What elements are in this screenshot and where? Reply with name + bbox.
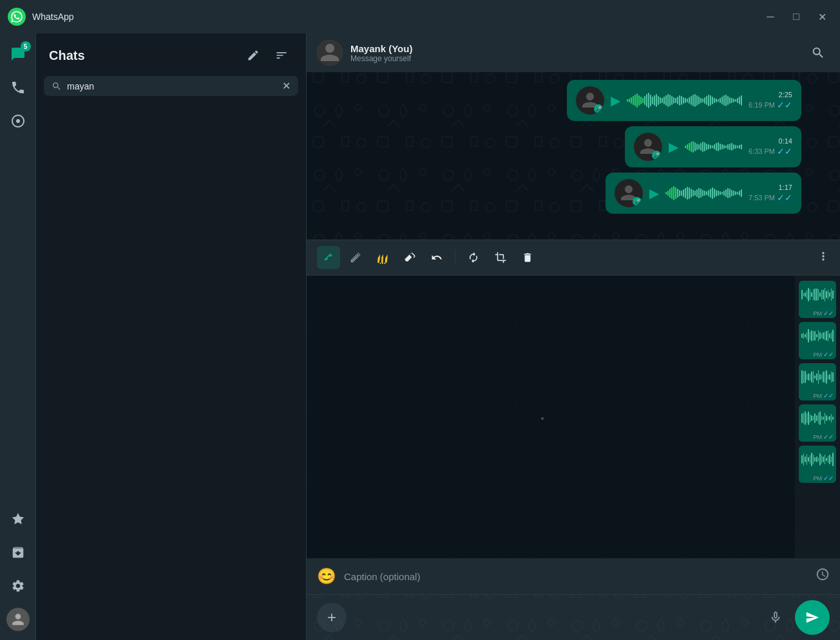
highlight-tool-button[interactable] xyxy=(371,246,394,269)
thumb-waveform-1 xyxy=(799,281,836,308)
waveform xyxy=(627,91,742,109)
more-options-button[interactable] xyxy=(817,250,830,265)
thumb-time-1: PM xyxy=(814,310,823,317)
mic-icon-3: 🎤 xyxy=(633,197,642,206)
voice-duration-3: 1:17 xyxy=(779,184,792,191)
thumbnail-2[interactable]: PM ✓✓ xyxy=(799,322,836,359)
voice-time-3: 7:53 PM xyxy=(749,194,775,202)
thumb-meta-2: PM ✓✓ xyxy=(799,350,836,359)
window-controls: ─ □ ✕ xyxy=(760,6,832,27)
svg-rect-17 xyxy=(307,276,795,558)
voice-time-2: 6:33 PM xyxy=(749,147,775,155)
thumbnail-4[interactable]: PM ✓✓ xyxy=(799,404,836,442)
sidebar-item-calls[interactable] xyxy=(3,72,33,103)
clear-search-button[interactable]: ✕ xyxy=(282,80,291,92)
thumbnail-5[interactable]: PM ✓✓ xyxy=(799,446,836,483)
voice-thumb-2: 🎤 xyxy=(634,133,662,161)
whatsapp-logo xyxy=(8,8,26,26)
minimize-button[interactable]: ─ xyxy=(760,6,781,27)
voice-meta: 2:25 6:19 PM ✓✓ xyxy=(749,91,792,110)
messages-area: 🎤 ▶ 2:25 6:19 PM ✓✓ 🎤 ▶ xyxy=(307,72,840,240)
search-input[interactable] xyxy=(67,81,277,91)
chat-header: Mayank (You) Message yourself xyxy=(307,33,840,72)
send-button[interactable] xyxy=(795,600,830,635)
chats-header: Chats xyxy=(36,33,306,73)
sidebar-item-archive[interactable] xyxy=(3,537,33,568)
filter-button[interactable] xyxy=(270,44,293,67)
thumb-check-2: ✓✓ xyxy=(823,351,834,358)
voice-message-3: 🎤 ▶ 1:17 7:53 PM ✓✓ xyxy=(606,173,801,214)
preview-background xyxy=(307,276,795,558)
thumb-meta-3: PM ✓✓ xyxy=(799,391,836,400)
microphone-button[interactable] xyxy=(764,606,787,629)
pen-outline-tool-button[interactable] xyxy=(344,246,367,269)
read-receipt-3: ✓✓ xyxy=(777,193,792,203)
voice-thumb-1: 🎤 xyxy=(576,86,604,115)
chats-header-icons xyxy=(242,44,293,67)
caption-area: 😊 xyxy=(307,558,840,594)
contact-avatar[interactable] xyxy=(317,40,343,66)
svg-point-1 xyxy=(16,119,20,123)
toolbar-divider xyxy=(455,250,455,265)
thumb-check-4: ✓✓ xyxy=(823,433,834,440)
thumb-waveform-4 xyxy=(799,404,836,432)
voice-message-1: 🎤 ▶ 2:25 6:19 PM ✓✓ xyxy=(567,80,801,121)
search-messages-button[interactable] xyxy=(807,41,830,64)
maximize-button[interactable]: □ xyxy=(786,6,807,27)
voice-time: 6:19 PM xyxy=(749,101,775,109)
sidebar-item-status[interactable] xyxy=(3,106,33,136)
thumb-time-2: PM xyxy=(814,352,823,358)
chats-badge: 5 xyxy=(21,41,31,52)
compose-button[interactable] xyxy=(242,44,265,67)
timer-button[interactable] xyxy=(816,567,830,585)
rotate-crop-tool-button[interactable] xyxy=(462,246,485,269)
play-button-2[interactable]: ▶ xyxy=(669,139,678,155)
svg-point-0 xyxy=(8,8,26,26)
thumb-meta-1: PM ✓✓ xyxy=(799,308,836,318)
close-button[interactable]: ✕ xyxy=(812,6,832,27)
thumb-time-4: PM xyxy=(814,434,823,440)
bottom-bar: + xyxy=(307,594,840,640)
caption-input[interactable] xyxy=(344,571,808,582)
contact-name: Mayank (You) xyxy=(350,43,799,54)
thumb-check-5: ✓✓ xyxy=(823,475,834,482)
crop-tool-button[interactable] xyxy=(489,246,512,269)
preview-main xyxy=(307,276,795,558)
sidebar-item-chats[interactable]: 5 xyxy=(3,39,33,70)
chat-area: Mayank (You) Message yourself 🎤 ▶ 2: xyxy=(307,33,840,640)
image-preview-area: PM ✓✓ PM ✓✓ PM ✓✓ xyxy=(307,276,840,558)
sidebar-item-starred[interactable] xyxy=(3,504,33,534)
thumb-time-5: PM xyxy=(814,475,823,482)
emoji-button[interactable]: 😊 xyxy=(317,567,336,585)
center-dot xyxy=(541,417,544,420)
user-avatar xyxy=(6,608,30,631)
delete-tool-button[interactable] xyxy=(516,246,539,269)
mic-icon: 🎤 xyxy=(594,104,603,113)
undo-tool-button[interactable] xyxy=(425,246,448,269)
sidebar-item-settings[interactable] xyxy=(3,570,33,601)
chat-header-icons xyxy=(807,41,830,64)
play-button[interactable]: ▶ xyxy=(611,93,620,108)
add-attachment-button[interactable]: + xyxy=(317,603,347,632)
waveform-3 xyxy=(665,184,742,202)
play-button-3[interactable]: ▶ xyxy=(649,185,659,201)
thumbnail-1[interactable]: PM ✓✓ xyxy=(799,281,836,318)
voice-thumb-3: 🎤 xyxy=(615,179,643,207)
thumb-meta-5: PM ✓✓ xyxy=(799,473,836,483)
contact-subtitle: Message yourself xyxy=(350,54,799,63)
sidebar-item-avatar[interactable] xyxy=(3,604,33,635)
eraser-tool-button[interactable] xyxy=(398,246,421,269)
voice-duration-2: 0:14 xyxy=(779,137,792,145)
image-preview-toolbar xyxy=(307,240,840,276)
waveform-2 xyxy=(685,138,742,156)
voice-message-2: 🎤 ▶ 0:14 6:33 PM ✓✓ xyxy=(625,126,801,167)
voice-meta-3: 1:17 7:53 PM ✓✓ xyxy=(749,184,792,203)
chat-info: Mayank (You) Message yourself xyxy=(350,43,799,63)
mic-icon-2: 🎤 xyxy=(652,151,661,160)
pen-tool-button[interactable] xyxy=(317,246,340,269)
thumb-waveform-2 xyxy=(799,322,836,350)
plus-icon: + xyxy=(327,608,336,626)
thumb-check-3: ✓✓ xyxy=(823,392,834,399)
thumbnail-3[interactable]: PM ✓✓ xyxy=(799,363,836,400)
thumb-waveform-3 xyxy=(799,363,836,391)
